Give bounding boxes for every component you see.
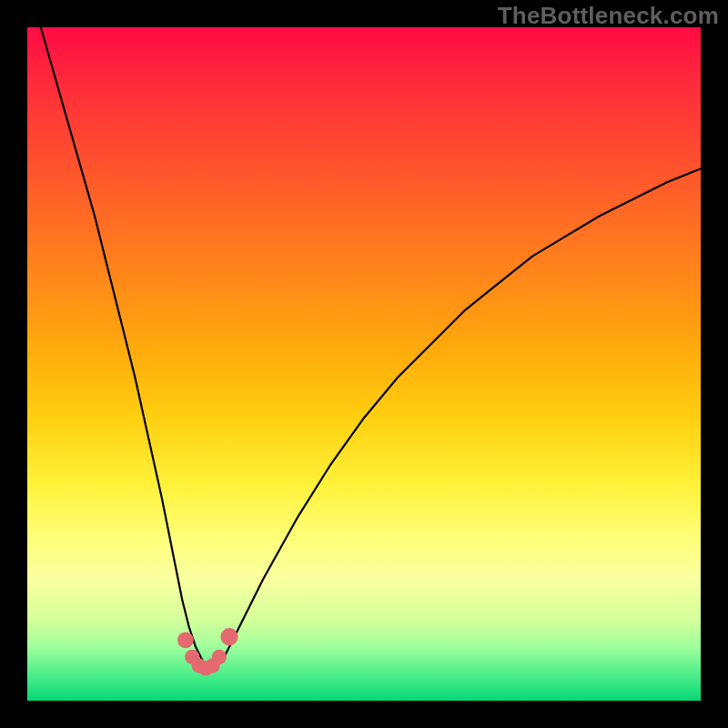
optimal-marker: [220, 628, 238, 645]
watermark-text: TheBottleneck.com: [498, 2, 719, 30]
plot-area: [27, 27, 701, 701]
optimal-marker: [212, 650, 227, 664]
chart-frame: TheBottleneck.com: [0, 0, 728, 728]
optimal-marker: [177, 632, 194, 649]
chart-svg: [27, 27, 701, 701]
bottleneck-curve: [41, 27, 701, 667]
